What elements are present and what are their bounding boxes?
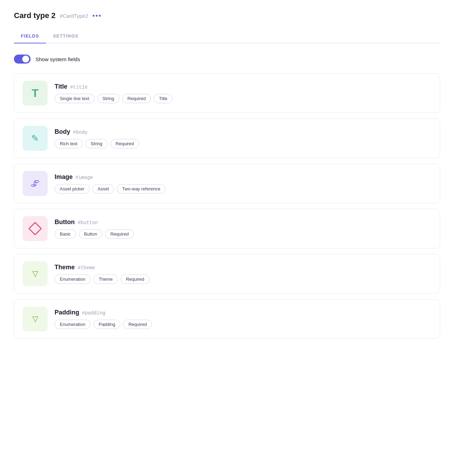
field-tags-padding: EnumerationPaddingRequired [55, 320, 152, 329]
tag: Required [111, 139, 139, 148]
system-fields-toggle-row: Show system fields [14, 55, 440, 64]
fields-list: TTitle#titleSingle line textStringRequir… [14, 73, 440, 339]
field-info-title: Title#titleSingle line textStringRequire… [55, 83, 172, 103]
field-name-row-body: Body#body [55, 128, 139, 136]
toggle-label: Show system fields [35, 56, 80, 62]
tag: Asset picker [55, 184, 90, 194]
tag: Enumeration [55, 274, 91, 284]
field-tags-button: BasicButtonRequired [55, 229, 134, 239]
page-title: Card type 2 [14, 11, 56, 20]
field-tags-title: Single line textStringRequiredTitle [55, 94, 172, 103]
tag: Padding [94, 320, 121, 329]
field-name-row-title: Title#title [55, 83, 172, 90]
field-name-row-padding: Padding#padding [55, 309, 152, 316]
field-tags-image: Asset pickerAssetTwo-way reference [55, 184, 165, 194]
field-card-image[interactable]: 🖇Image#imageAsset pickerAssetTwo-way ref… [14, 164, 440, 203]
field-hash-theme: #theme [78, 265, 95, 271]
tabs-nav: FIELDS SETTINGS [14, 30, 440, 43]
tag: Rich text [55, 139, 83, 148]
field-icon-title: T [23, 81, 48, 106]
tag: Required [105, 229, 134, 239]
tag: Required [121, 274, 149, 284]
field-icon-button [23, 216, 48, 241]
tag: String [97, 94, 120, 103]
field-info-button: Button#buttonBasicButtonRequired [55, 219, 134, 239]
field-icon-image: 🖇 [23, 171, 48, 196]
field-hash-body: #body [73, 130, 88, 135]
tag: Required [123, 320, 152, 329]
tag: Single line text [55, 94, 95, 103]
tag: Enumeration [55, 320, 91, 329]
tag: Required [122, 94, 151, 103]
tag: Asset [92, 184, 114, 194]
field-card-title[interactable]: TTitle#titleSingle line textStringRequir… [14, 73, 440, 113]
field-card-body[interactable]: ✎Body#bodyRich textStringRequired [14, 118, 440, 158]
tag: Basic [55, 229, 76, 239]
field-name-text-image: Image [55, 173, 73, 181]
field-info-theme: Theme#themeEnumerationThemeRequired [55, 264, 149, 284]
field-tags-body: Rich textStringRequired [55, 139, 139, 148]
field-tags-theme: EnumerationThemeRequired [55, 274, 149, 284]
tag: Two-way reference [117, 184, 165, 194]
field-name-row-button: Button#button [55, 219, 134, 226]
tag: Theme [94, 274, 118, 284]
page-subtitle: #CardType2 [60, 13, 88, 19]
field-name-row-image: Image#image [55, 173, 165, 181]
field-name-text-body: Body [55, 128, 70, 136]
field-hash-image: #image [75, 175, 93, 180]
field-name-text-padding: Padding [55, 309, 79, 316]
field-icon-theme: ▽ [23, 261, 48, 286]
field-name-row-theme: Theme#theme [55, 264, 149, 271]
page-header: Card type 2 #CardType2 ••• [14, 11, 440, 20]
field-card-padding[interactable]: ▽Padding#paddingEnumerationPaddingRequir… [14, 299, 440, 339]
field-hash-title: #title [70, 84, 88, 90]
field-icon-padding: ▽ [23, 306, 48, 331]
field-card-theme[interactable]: ▽Theme#themeEnumerationThemeRequired [14, 254, 440, 294]
tag: String [86, 139, 108, 148]
field-info-body: Body#bodyRich textStringRequired [55, 128, 139, 148]
field-hash-padding: #padding [82, 310, 105, 316]
field-name-text-title: Title [55, 83, 67, 90]
field-name-text-button: Button [55, 219, 75, 226]
field-info-padding: Padding#paddingEnumerationPaddingRequire… [55, 309, 152, 329]
field-hash-button: #button [78, 220, 98, 225]
tab-fields[interactable]: FIELDS [14, 30, 46, 43]
field-info-image: Image#imageAsset pickerAssetTwo-way refe… [55, 173, 165, 194]
tag: Title [154, 94, 172, 103]
system-fields-toggle[interactable] [14, 55, 31, 64]
field-icon-body: ✎ [23, 126, 48, 151]
tab-settings[interactable]: SETTINGS [46, 30, 85, 43]
field-name-text-theme: Theme [55, 264, 75, 271]
field-card-button[interactable]: Button#buttonBasicButtonRequired [14, 209, 440, 248]
more-options-icon[interactable]: ••• [92, 12, 102, 20]
tag: Button [79, 229, 103, 239]
